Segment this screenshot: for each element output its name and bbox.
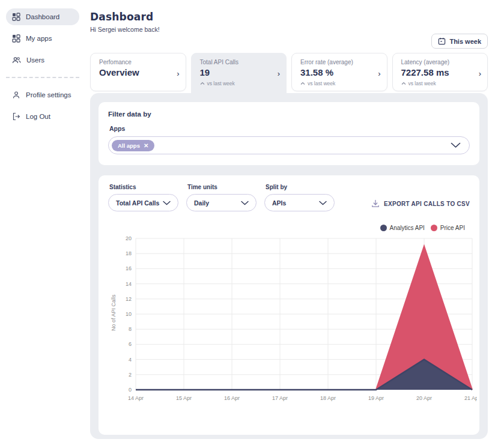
svg-text:10: 10 [126,311,132,317]
chevron-down-icon [163,201,171,205]
tab-error-rate[interactable]: Error rate (average) 31.58 % vs last wee… [291,53,387,91]
legend-series-name: Price API [440,225,465,231]
chevron-down-icon [241,201,249,205]
time-units-select-value: Daily [194,199,209,207]
stat-card-value: Overview [99,67,170,77]
tab-total-api-calls[interactable]: Total API Calls 19 vs last week › [191,53,287,100]
svg-text:18: 18 [126,250,132,256]
sidebar-divider [6,77,79,78]
sidebar-item-label: My apps [26,35,52,42]
area-chart-svg: 0246810121416182014 Apr15 Apr16 Apr17 Ap… [108,232,477,408]
export-csv-label: EXPORT API CALLS TO CSV [384,201,470,207]
sidebar-item-label: Log Out [26,113,50,120]
chevron-down-icon [451,142,461,148]
calendar-icon [438,37,446,45]
api-calls-chart: 0246810121416182014 Apr15 Apr16 Apr17 Ap… [108,232,470,410]
sidebar-item-my-apps[interactable]: My apps [6,30,79,47]
sidebar-item-log-out[interactable]: Log Out [6,108,79,125]
stat-card-trend: vs last week [200,80,271,86]
stat-card-value: 19 [200,67,271,77]
time-units-select[interactable]: Daily [186,194,257,211]
sidebar-item-label: Profile settings [26,91,71,98]
stat-card-value: 7227.58 ms [401,67,472,77]
svg-text:17 Apr: 17 Apr [272,395,288,401]
apps-multiselect[interactable]: All apps ✕ [108,136,470,154]
svg-text:0: 0 [129,387,132,393]
svg-text:6: 6 [129,341,132,347]
chart-controls: Statistics Total API Calls Time units Da… [108,184,470,211]
stat-card-trend: vs last week [401,80,472,86]
legend-series-name: Analytics API [390,225,425,231]
download-icon [371,199,380,208]
main-content: Dashboard Hi Sergei welcome back! This w… [90,0,488,448]
svg-text:18 Apr: 18 Apr [320,395,336,401]
chevron-up-icon [401,82,406,85]
close-icon[interactable]: ✕ [144,142,148,149]
chevron-right-icon: › [378,69,380,78]
chevron-right-icon: › [177,69,179,78]
legend-item: Analytics API [380,225,425,231]
tab-performance-overview[interactable]: Perfomance Overview › [90,53,186,91]
legend-dot-icon [431,225,437,231]
svg-text:21 Apr: 21 Apr [464,395,477,401]
chevron-up-icon [300,82,305,85]
svg-text:19 Apr: 19 Apr [368,395,384,401]
page-subtitle: Hi Sergei welcome back! [90,26,488,33]
statistics-card: Statistics Total API Calls Time units Da… [99,175,479,435]
sidebar-item-label: Dashboard [26,13,59,20]
chart-legend: Analytics APIPrice API [108,225,465,231]
svg-text:No of API Calls: No of API Calls [111,294,117,331]
grid-icon [12,13,20,21]
svg-text:12: 12 [126,296,132,302]
filter-apps-label: Apps [109,125,470,132]
stat-card-value: 31.58 % [300,67,371,77]
statistics-label: Statistics [109,184,178,190]
export-csv-button[interactable]: EXPORT API CALLS TO CSV [371,199,470,208]
statistics-select[interactable]: Total API Calls [108,194,178,211]
svg-text:16 Apr: 16 Apr [224,395,240,401]
filter-card: Filter data by Apps All apps ✕ [99,102,479,165]
logout-icon [12,112,20,121]
users-icon [12,56,21,64]
svg-text:16: 16 [126,265,132,271]
stat-card-label: Latency (average) [401,59,472,65]
sidebar-item-users[interactable]: Users [6,52,79,68]
grid-icon [12,34,20,43]
svg-text:15 Apr: 15 Apr [176,395,192,401]
sidebar-item-label: Users [26,56,44,64]
dashboard-panel: Filter data by Apps All apps ✕ Statistic… [90,93,488,439]
sidebar: Dashboard My apps Users Profile settings… [0,0,85,448]
time-units-label: Time units [187,184,257,190]
page-title: Dashboard [90,11,488,23]
stat-card-trend: vs last week [300,80,371,86]
split-by-label: Split by [266,184,335,190]
statistics-select-value: Total API Calls [116,199,159,207]
svg-text:4: 4 [129,357,132,363]
filter-title: Filter data by [108,110,470,118]
svg-text:20 Apr: 20 Apr [416,395,432,401]
svg-text:14 Apr: 14 Apr [128,395,144,401]
stat-card-label: Perfomance [99,59,170,65]
period-selector-label: This week [449,38,481,45]
chevron-right-icon: › [278,69,280,78]
stat-card-label: Error rate (average) [300,59,371,65]
stat-card-label: Total API Calls [200,59,271,65]
person-icon [12,91,20,99]
legend-dot-icon [380,225,387,231]
chevron-up-icon [200,82,205,85]
svg-text:2: 2 [129,372,132,378]
selected-app-chip-label: All apps [118,142,140,149]
legend-item: Price API [431,225,465,231]
svg-text:14: 14 [126,281,132,287]
svg-text:20: 20 [126,235,132,241]
selected-app-chip[interactable]: All apps ✕ [112,140,154,151]
chevron-down-icon [319,201,327,205]
sidebar-item-profile-settings[interactable]: Profile settings [6,86,79,103]
period-selector-button[interactable]: This week [431,34,488,49]
sidebar-item-dashboard[interactable]: Dashboard [6,8,79,25]
split-by-select-value: APIs [272,199,286,207]
split-by-select[interactable]: APIs [264,194,335,211]
tab-latency[interactable]: Latency (average) 7227.58 ms vs last wee… [392,53,488,91]
svg-text:8: 8 [129,326,132,332]
chevron-right-icon: › [479,69,481,78]
